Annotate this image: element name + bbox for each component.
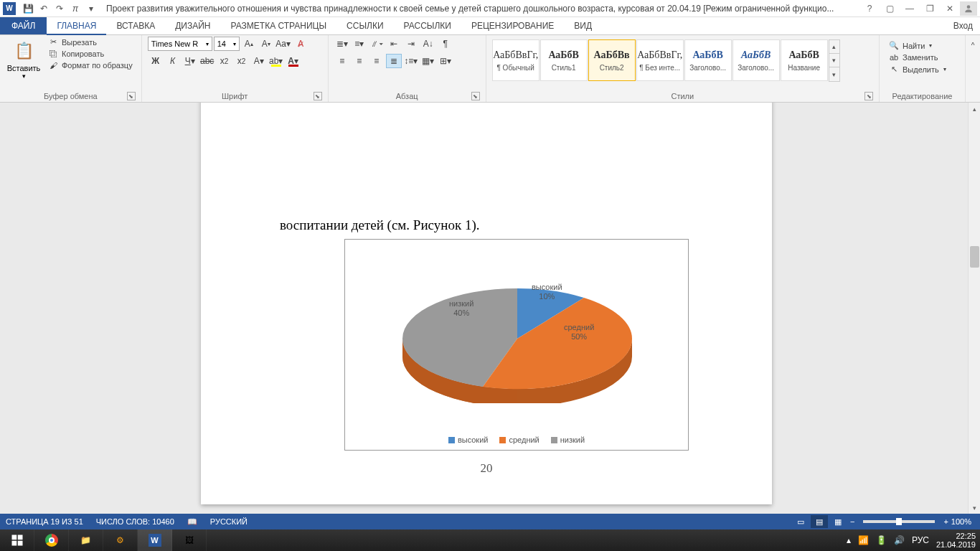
align-justify-button[interactable]: ≣: [386, 54, 402, 68]
tray-battery-icon[interactable]: 🔋: [876, 535, 887, 545]
zoom-level[interactable]: 100%: [951, 517, 971, 526]
align-center-button[interactable]: ≡: [352, 54, 367, 68]
zoom-slider-thumb[interactable]: [896, 518, 902, 525]
page-current[interactable]: воспитании детей (см. Рисунок 1). высоки…: [201, 103, 772, 504]
superscript-button[interactable]: x2: [234, 54, 250, 68]
tray-overflow-icon[interactable]: ▴: [847, 535, 851, 545]
tab-file[interactable]: ФАЙЛ: [0, 17, 47, 34]
copy-button[interactable]: ⿻Копировать: [44, 49, 136, 59]
line-spacing-button[interactable]: ↕≡▾: [403, 54, 419, 68]
indent-increase-button[interactable]: ⇥: [403, 37, 419, 51]
view-print-icon[interactable]: ▤: [811, 515, 828, 528]
subscript-button[interactable]: x2: [217, 54, 232, 68]
view-web-icon[interactable]: ▦: [829, 515, 847, 528]
replace-button[interactable]: abЗаменить: [885, 52, 941, 63]
change-case-button[interactable]: Aa▾: [275, 37, 291, 51]
status-proofing-icon[interactable]: 📖: [187, 517, 197, 527]
font-name-combo[interactable]: Times New R▾: [148, 37, 212, 51]
strike-button[interactable]: abc: [199, 54, 215, 68]
taskbar-word[interactable]: W: [138, 529, 172, 551]
tray-clock[interactable]: 22:25 21.04.2019: [936, 532, 976, 549]
font-color-button[interactable]: A▾: [286, 54, 301, 68]
highlight-button[interactable]: ab▾: [268, 54, 284, 68]
sign-in-link[interactable]: Вход: [946, 17, 980, 34]
style-title[interactable]: АаБбВНазвание: [781, 39, 828, 81]
gallery-up-icon[interactable]: ▴: [829, 40, 839, 54]
collapse-ribbon-button[interactable]: ^: [966, 38, 980, 52]
taskbar-explorer[interactable]: 📁: [69, 529, 103, 551]
qat-undo-icon[interactable]: ↶: [36, 1, 52, 16]
grow-font-button[interactable]: A▴: [241, 37, 257, 51]
gallery-more-icon[interactable]: ▾: [829, 67, 839, 81]
qat-equation-icon[interactable]: π: [67, 1, 83, 16]
format-painter-button[interactable]: 🖌Формат по образцу: [44, 60, 136, 70]
scroll-thumb[interactable]: [970, 246, 979, 268]
style-normal[interactable]: АаБбВвГг,¶ Обычный: [492, 39, 540, 81]
tab-references[interactable]: ССЫЛКИ: [336, 17, 393, 34]
status-language[interactable]: РУССКИЙ: [210, 517, 248, 526]
styles-dialog-launcher[interactable]: ⬊: [864, 92, 873, 100]
show-marks-button[interactable]: ¶: [438, 37, 453, 51]
bullets-button[interactable]: ≣▾: [334, 37, 350, 51]
tab-review[interactable]: РЕЦЕНЗИРОВАНИЕ: [461, 17, 564, 34]
tray-lang[interactable]: РУС: [912, 535, 929, 545]
tray-network-icon[interactable]: 📶: [858, 535, 869, 545]
sort-button[interactable]: A↓: [420, 37, 436, 51]
cut-button[interactable]: ✂Вырезать: [44, 37, 136, 47]
close-icon[interactable]: ✕: [940, 1, 960, 16]
taskbar-photos[interactable]: 🖼: [172, 529, 207, 551]
style-heading2[interactable]: АаБбВЗаголово...: [732, 39, 780, 81]
tab-home[interactable]: ГЛАВНАЯ: [47, 17, 106, 35]
tray-volume-icon[interactable]: 🔊: [894, 535, 905, 545]
tab-design[interactable]: ДИЗАЙН: [165, 17, 220, 34]
multilevel-button[interactable]: ⫽▾: [369, 37, 385, 51]
underline-button[interactable]: Ч▾: [182, 54, 198, 68]
view-read-icon[interactable]: ▭: [792, 515, 809, 528]
borders-button[interactable]: ⊞▾: [438, 54, 453, 68]
numbering-button[interactable]: ≡▾: [352, 37, 367, 51]
italic-button[interactable]: К: [165, 54, 181, 68]
zoom-out-button[interactable]: −: [850, 517, 854, 526]
font-dialog-launcher[interactable]: ⬊: [314, 92, 322, 100]
start-button[interactable]: [0, 529, 34, 551]
tab-view[interactable]: ВИД: [564, 17, 602, 34]
qat-save-icon[interactable]: 💾: [20, 1, 36, 16]
select-button[interactable]: ↖Выделить▾: [885, 63, 949, 75]
body-text[interactable]: воспитании детей (см. Рисунок 1).: [280, 215, 696, 236]
tab-mailings[interactable]: РАССЫЛКИ: [394, 17, 461, 34]
minimize-icon[interactable]: —: [900, 1, 920, 16]
style-style1[interactable]: АаБбВСтиль1: [540, 39, 588, 81]
taskbar-chrome[interactable]: [34, 529, 69, 551]
align-right-button[interactable]: ≡: [369, 54, 385, 68]
align-left-button[interactable]: ≡: [334, 54, 350, 68]
styles-gallery-scroll[interactable]: ▴▾▾: [829, 39, 840, 82]
qat-customize-icon[interactable]: ▾: [83, 1, 99, 16]
scroll-down-icon[interactable]: ▾: [969, 501, 980, 514]
style-style2[interactable]: АаБбВвСтиль2: [588, 39, 636, 81]
clipboard-dialog-launcher[interactable]: ⬊: [127, 92, 136, 100]
help-icon[interactable]: ?: [859, 1, 880, 16]
tab-insert[interactable]: ВСТАВКА: [106, 17, 165, 34]
shrink-font-button[interactable]: A▾: [258, 37, 274, 51]
shading-button[interactable]: ▦▾: [420, 54, 436, 68]
tab-layout[interactable]: РАЗМЕТКА СТРАНИЦЫ: [221, 17, 337, 34]
font-size-combo[interactable]: 14▾: [214, 37, 240, 51]
zoom-slider[interactable]: [863, 520, 935, 523]
embedded-chart[interactable]: высокий10% средний50% низкий40% высокий …: [344, 239, 689, 451]
text-effects-button[interactable]: A▾: [251, 54, 267, 68]
status-page[interactable]: СТРАНИЦА 19 ИЗ 51: [6, 517, 83, 526]
scroll-up-icon[interactable]: ▴: [969, 103, 980, 115]
vertical-scrollbar[interactable]: ▴ ▾: [968, 103, 980, 514]
clear-format-button[interactable]: A̷: [293, 37, 308, 51]
zoom-in-button[interactable]: +: [943, 517, 948, 526]
find-button[interactable]: 🔍Найти▾: [885, 39, 935, 52]
bold-button[interactable]: Ж: [148, 54, 164, 68]
indent-decrease-button[interactable]: ⇤: [386, 37, 402, 51]
qat-redo-icon[interactable]: ↷: [52, 1, 67, 16]
ribbon-display-icon[interactable]: ▢: [880, 1, 900, 16]
restore-icon[interactable]: ❐: [920, 1, 940, 16]
style-nospacing[interactable]: АаБбВвГг,¶ Без инте...: [636, 39, 684, 81]
taskbar-settings[interactable]: ⚙: [103, 529, 138, 551]
document-area[interactable]: воспитании детей (см. Рисунок 1). высоки…: [0, 103, 980, 514]
paste-button[interactable]: 📋 Вставить ▾: [6, 37, 42, 80]
